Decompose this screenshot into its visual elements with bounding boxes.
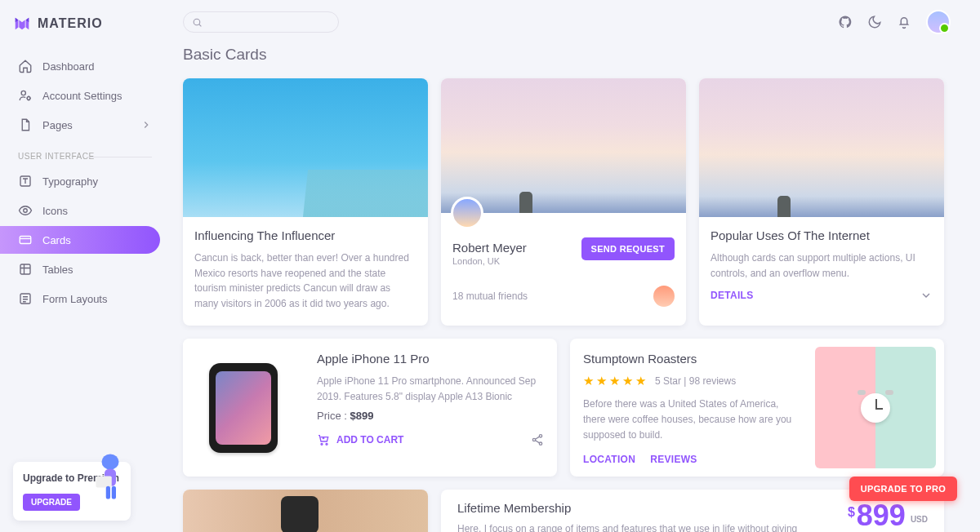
svg-point-7: [194, 19, 200, 25]
card-image: [699, 78, 944, 217]
sidebar-item-pages[interactable]: Pages: [10, 111, 160, 139]
card-title: Popular Uses Of The Internet: [710, 228, 933, 242]
price-value: 899: [857, 501, 906, 530]
rating-text: 5 Star | 98 reviews: [655, 375, 736, 387]
search-box[interactable]: [183, 11, 339, 33]
card-title: Apple iPhone 11 Pro: [317, 352, 544, 366]
card-row-2: Apple iPhone 11 Pro Apple iPhone 11 Pro …: [183, 339, 951, 477]
svg-point-9: [326, 443, 327, 445]
user-cog-icon: [18, 88, 33, 103]
product-image: [815, 347, 936, 468]
card-watch: [183, 490, 428, 532]
sidebar-item-cards[interactable]: Cards: [0, 226, 160, 254]
star-icon: ★: [596, 374, 607, 388]
card-image: [183, 490, 428, 532]
sidebar-item-icons[interactable]: Icons: [10, 197, 160, 224]
chevron-down-icon[interactable]: [920, 289, 933, 302]
svg-point-3: [24, 209, 28, 213]
file-icon: [18, 117, 33, 132]
home-icon: [18, 59, 33, 73]
table-icon: [18, 262, 33, 277]
rating-row: ★ ★ ★ ★ ★ 5 Star | 98 reviews: [583, 374, 802, 388]
eye-icon: [18, 203, 33, 218]
friend-avatar[interactable]: [653, 286, 675, 307]
svg-rect-15: [96, 477, 112, 488]
profile-avatar[interactable]: [451, 197, 483, 229]
currency-symbol: $: [848, 506, 855, 519]
svg-point-8: [321, 443, 323, 445]
upgrade-illustration-icon: [88, 450, 132, 508]
cart-plus-icon: [317, 433, 330, 446]
sidebar-item-form-layouts[interactable]: Form Layouts: [10, 285, 160, 313]
svg-point-1: [27, 97, 30, 100]
topbar-actions: [838, 10, 951, 34]
send-request-button[interactable]: SEND REQUEST: [581, 237, 675, 260]
sidebar-label: Typography: [42, 175, 152, 188]
price-label: Price :: [317, 410, 350, 422]
details-link[interactable]: DETAILS: [710, 290, 754, 301]
share-icon[interactable]: [531, 433, 544, 446]
sidebar-label: Tables: [42, 264, 152, 276]
card-title: Influencing The Influencer: [194, 228, 416, 242]
github-icon[interactable]: [838, 15, 853, 29]
main-content: Basic Cards Influencing The Influencer C…: [183, 46, 951, 532]
sidebar-label: Pages: [42, 119, 131, 131]
card-row-3: Lifetime Membership Here, I focus on a r…: [183, 490, 951, 532]
card-row-1: Influencing The Influencer Cancun is bac…: [183, 78, 951, 326]
location-link[interactable]: LOCATION: [583, 454, 635, 465]
card-title: Stumptown Roasters: [583, 352, 802, 366]
svg-rect-17: [112, 486, 116, 499]
sidebar-label: Icons: [42, 205, 152, 217]
add-to-cart-label: ADD TO CART: [336, 434, 403, 446]
logo-icon: [13, 15, 31, 33]
sidebar-label: Cards: [42, 234, 152, 246]
sidebar-item-dashboard[interactable]: Dashboard: [10, 52, 160, 80]
user-avatar[interactable]: [926, 10, 951, 34]
upgrade-button[interactable]: UPGRADE: [23, 494, 80, 511]
brand-name: MATERIO: [38, 16, 103, 31]
svg-point-11: [532, 438, 535, 441]
svg-rect-16: [106, 486, 110, 499]
card-text: Apple iPhone 11 Pro smartphone. Announce…: [317, 374, 544, 404]
svg-rect-5: [20, 264, 30, 274]
price-value: $899: [350, 410, 373, 422]
sidebar-item-typography[interactable]: Typography: [10, 167, 160, 195]
add-to-cart-button[interactable]: ADD TO CART: [317, 433, 403, 446]
card-image: [183, 78, 428, 217]
moon-icon[interactable]: [867, 15, 882, 29]
card-text: Cancun is back, better than ever! Over a…: [194, 250, 416, 311]
star-icon: ★: [622, 374, 633, 388]
svg-point-10: [539, 434, 541, 437]
typography-icon: [18, 174, 33, 188]
upgrade-card: Upgrade to Premium UPGRADE: [13, 462, 131, 521]
sidebar-label: Account Settings: [42, 90, 152, 102]
topbar: [183, 7, 951, 38]
brand[interactable]: MATERIO: [0, 10, 170, 46]
card-icon: [18, 233, 33, 247]
bell-icon[interactable]: [897, 15, 911, 29]
price-row: Price : $899: [317, 410, 544, 422]
card-text: Here, I focus on a range of items and fe…: [457, 521, 815, 532]
sidebar-label: Dashboard: [42, 60, 152, 73]
upgrade-pro-button[interactable]: UPGRADE TO PRO: [849, 477, 957, 501]
sidebar-item-tables[interactable]: Tables: [10, 255, 160, 283]
card-profile: Robert Meyer London, UK SEND REQUEST 18 …: [441, 78, 686, 326]
card-stumptown: Stumptown Roasters ★ ★ ★ ★ ★ 5 Star | 98…: [570, 339, 944, 477]
svg-point-0: [21, 91, 25, 95]
card-image: [441, 78, 686, 213]
product-image: [183, 339, 304, 477]
search-input[interactable]: [207, 16, 330, 28]
sidebar-item-account-settings[interactable]: Account Settings: [10, 82, 160, 109]
nav-main: Dashboard Account Settings Pages USER IN…: [0, 46, 170, 319]
mutual-friends: 18 mutual friends: [452, 290, 528, 302]
nav-section-header: USER INTERFACE: [10, 140, 160, 166]
reviews-link[interactable]: REVIEWS: [650, 454, 697, 465]
page-title: Basic Cards: [183, 46, 951, 64]
currency-unit: USD: [911, 516, 928, 524]
sidebar-label: Form Layouts: [42, 293, 152, 305]
star-icon: ★: [635, 374, 646, 388]
sidebar: MATERIO Dashboard Account Settings Pages…: [0, 0, 170, 532]
svg-rect-4: [20, 237, 31, 244]
card-iphone: Apple iPhone 11 Pro Apple iPhone 11 Pro …: [183, 339, 557, 477]
card-title: Lifetime Membership: [457, 501, 815, 515]
